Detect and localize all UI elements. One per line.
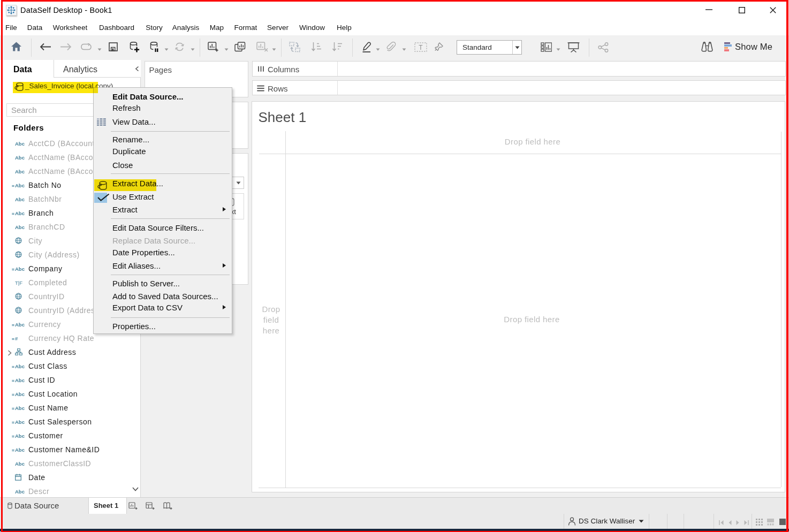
svg-text:T: T bbox=[419, 44, 423, 51]
